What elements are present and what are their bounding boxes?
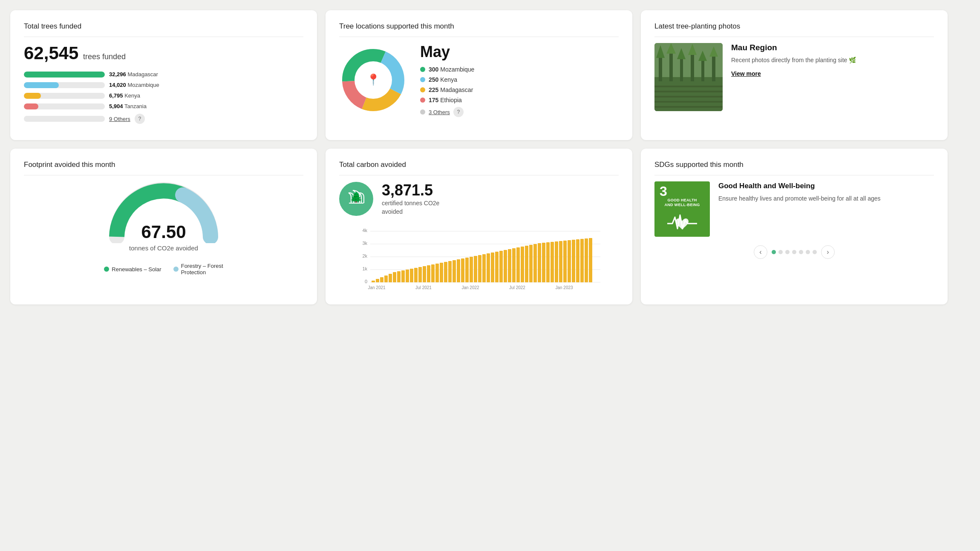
- svg-rect-77: [538, 243, 541, 282]
- svg-rect-63: [478, 255, 481, 282]
- svg-rect-88: [585, 238, 588, 282]
- legend-kenya: 250 Kenya: [420, 76, 619, 83]
- dot-others: [420, 109, 425, 115]
- bar-row-tanzania: 5,904 Tanzania: [24, 103, 303, 109]
- others-link[interactable]: 9 Others: [109, 116, 130, 122]
- view-more-link[interactable]: View more: [731, 70, 761, 77]
- card6-title: SDGs supported this month: [654, 161, 934, 175]
- svg-rect-41: [384, 276, 388, 282]
- svg-rect-82: [559, 241, 562, 282]
- bar-fill-kenya: [24, 93, 41, 99]
- svg-rect-74: [525, 246, 528, 282]
- card5-title: Total carbon avoided: [339, 161, 619, 175]
- svg-text:🌲: 🌲: [350, 191, 363, 203]
- sdg-next-button[interactable]: ›: [821, 245, 835, 259]
- bar-label-madagascar: 32,296 Madagascar: [109, 71, 158, 77]
- sdg-dot-5[interactable]: [799, 250, 803, 254]
- svg-rect-68: [499, 251, 503, 282]
- sdg-dot-3[interactable]: [785, 250, 790, 254]
- sdg-dot-7[interactable]: [813, 250, 817, 254]
- sdg-name: Good Health and Well-being: [718, 181, 934, 191]
- photos-content: Mau Region Recent photos directly from t…: [654, 43, 934, 111]
- svg-rect-39: [376, 279, 379, 282]
- card-latest-photos: Latest tree-planting photos: [641, 10, 948, 140]
- svg-rect-43: [393, 272, 396, 282]
- svg-rect-81: [555, 241, 558, 282]
- sdg-dot-4[interactable]: [792, 250, 796, 254]
- legend-madagascar-text: 225 Madagascar: [429, 86, 473, 93]
- others-bar-track: [24, 116, 105, 122]
- sdg-info: Good Health and Well-being Ensure health…: [718, 181, 934, 203]
- svg-rect-13: [680, 58, 683, 81]
- trees-icon: 🌲: [347, 189, 366, 208]
- svg-rect-73: [521, 247, 524, 282]
- bar-chart-svg: 0 1k 2k 3k 4k: [339, 224, 619, 293]
- question-badge-2[interactable]: ?: [453, 107, 464, 117]
- svg-rect-76: [533, 244, 537, 282]
- svg-text:2k: 2k: [362, 253, 367, 258]
- bar-chart: 0 1k 2k 3k 4k: [339, 224, 619, 293]
- bar-track-madagascar: [24, 72, 105, 77]
- legend-kenya-text: 250 Kenya: [429, 76, 457, 83]
- svg-text:4k: 4k: [362, 228, 367, 233]
- legend-mozambique-text: 300 Mozambique: [429, 66, 474, 73]
- svg-rect-21: [654, 86, 723, 87]
- svg-rect-23: [654, 96, 723, 98]
- legend-solar: Renewables – Solar: [104, 263, 161, 276]
- svg-rect-69: [504, 250, 507, 282]
- sdg-health-icon: [667, 211, 697, 232]
- svg-rect-67: [495, 252, 499, 282]
- dot-solar: [104, 267, 109, 272]
- card2-title: Tree locations supported this month: [339, 22, 619, 37]
- svg-rect-59: [461, 258, 464, 282]
- svg-rect-60: [465, 258, 469, 282]
- legend-ethiopia-text: 175 Ethiopia: [429, 97, 462, 103]
- svg-rect-78: [542, 243, 545, 282]
- svg-rect-45: [401, 270, 405, 282]
- svg-rect-72: [516, 247, 520, 282]
- footprint-content: 67.50 tonnes of CO2e avoided Renewables …: [24, 181, 303, 276]
- carbon-info: 3,871.5 certified tonnes CO2eavoided: [382, 181, 439, 216]
- sdg-dot-2[interactable]: [778, 250, 783, 254]
- svg-rect-49: [418, 267, 422, 282]
- bar-fill-tanzania: [24, 103, 38, 109]
- donut-chart: 📍: [339, 46, 407, 114]
- svg-rect-44: [397, 271, 401, 282]
- svg-rect-11: [669, 52, 673, 81]
- sdg-title: GOOD HEALTH AND WELL-BEING: [664, 198, 700, 207]
- legend-forestry-label: Forestry – ForestProtection: [181, 263, 223, 276]
- bar-track-kenya: [24, 93, 105, 99]
- card3-title: Latest tree-planting photos: [654, 22, 934, 37]
- others-link-2[interactable]: 3 Others: [429, 109, 450, 115]
- svg-rect-53: [435, 264, 439, 282]
- bar-track-mozambique: [24, 82, 105, 88]
- svg-text:Jan 2022: Jan 2022: [461, 285, 479, 290]
- svg-rect-24: [654, 101, 723, 103]
- svg-rect-61: [470, 257, 473, 282]
- bar-rows: 32,296 Madagascar 14,020 Mozambique 6,79…: [24, 71, 303, 124]
- legend-others: 3 Others ?: [420, 107, 619, 117]
- bar-track-tanzania: [24, 103, 105, 109]
- svg-rect-54: [440, 263, 443, 282]
- locations-legend: May 300 Mozambique 250 Kenya 225 Madagas…: [420, 43, 619, 117]
- gauge-unit: tonnes of CO2e avoided: [129, 244, 198, 252]
- sdg-prev-button[interactable]: ‹: [754, 245, 767, 259]
- dot-kenya: [420, 77, 425, 82]
- svg-rect-47: [410, 269, 413, 282]
- svg-text:📍: 📍: [366, 73, 380, 86]
- bar-label-tanzania: 5,904 Tanzania: [109, 103, 147, 109]
- dot-madagascar: [420, 87, 425, 92]
- svg-rect-52: [431, 264, 435, 282]
- dot-ethiopia: [420, 98, 425, 103]
- sdg-dot-6[interactable]: [806, 250, 810, 254]
- legend-mozambique: 300 Mozambique: [420, 66, 619, 73]
- sdg-dot-1[interactable]: [772, 250, 776, 254]
- question-badge-1[interactable]: ?: [135, 114, 145, 124]
- bar-row-kenya: 6,795 Kenya: [24, 92, 303, 99]
- svg-text:3k: 3k: [362, 241, 367, 246]
- sdg-desc: Ensure healthy lives and promote well-be…: [718, 194, 934, 203]
- photo-info: Mau Region Recent photos directly from t…: [731, 43, 934, 77]
- svg-rect-58: [457, 259, 460, 282]
- svg-rect-19: [712, 56, 715, 81]
- bar-row-others: 9 Others ?: [24, 114, 303, 124]
